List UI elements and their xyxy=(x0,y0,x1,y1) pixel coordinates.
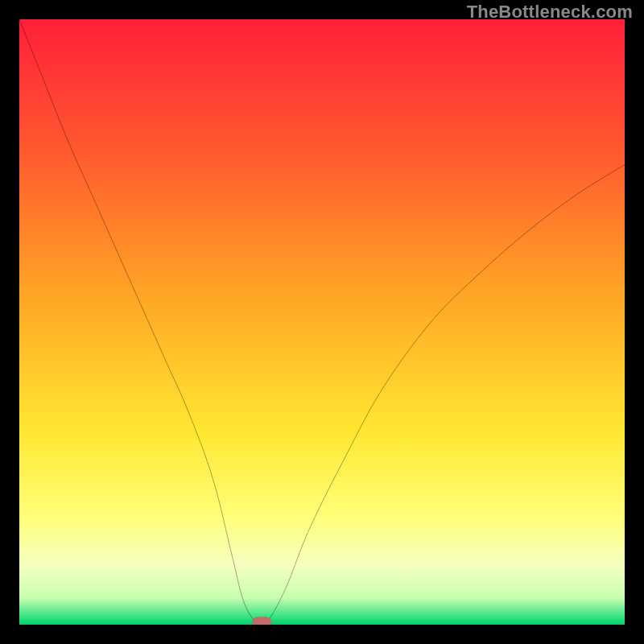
bottleneck-chart xyxy=(19,19,625,625)
gradient-background xyxy=(19,19,625,625)
optimal-point-marker xyxy=(252,617,271,625)
chart-frame: TheBottleneck.com xyxy=(0,0,644,644)
